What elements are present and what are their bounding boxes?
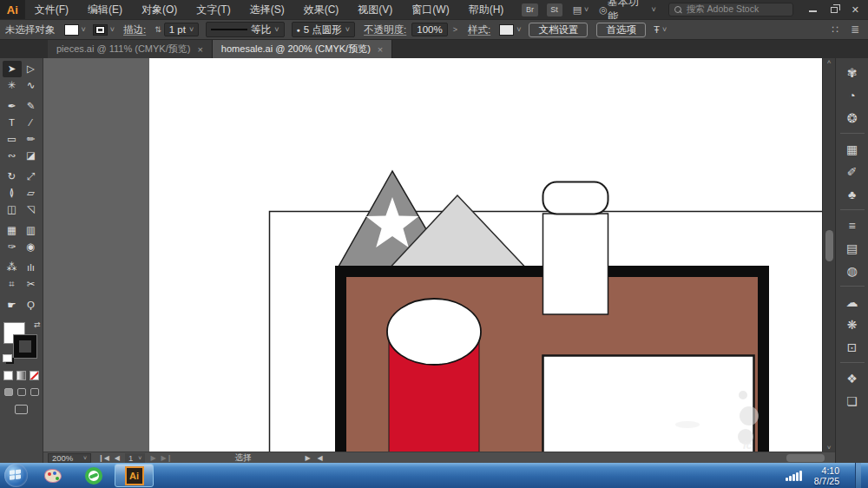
cc-libraries-icon[interactable]: ☁ bbox=[838, 291, 867, 313]
restore-button[interactable] bbox=[831, 0, 838, 19]
artboards-icon[interactable]: ❏ bbox=[838, 390, 867, 412]
magic-wand-tool[interactable]: ✳ bbox=[3, 77, 22, 94]
selection-tool[interactable]: ➤ bbox=[3, 61, 22, 77]
bridge-icon[interactable]: Br bbox=[522, 3, 537, 16]
opacity-expand-icon[interactable]: > bbox=[453, 25, 457, 34]
document-setup-button[interactable]: 文档设置 bbox=[529, 23, 588, 37]
style-control[interactable]: ˅ bbox=[499, 24, 521, 36]
white-door-rectangle[interactable] bbox=[543, 356, 754, 452]
layers-icon[interactable]: ❖ bbox=[838, 367, 867, 390]
style-swatch[interactable] bbox=[499, 24, 514, 36]
recolor-artwork-icon[interactable]: ❂ bbox=[838, 107, 867, 129]
close-button[interactable]: ✕ bbox=[852, 0, 859, 19]
style-label[interactable]: 样式: bbox=[468, 23, 490, 36]
network-icon[interactable] bbox=[786, 471, 802, 481]
next-artboard-button[interactable]: ▶ bbox=[150, 454, 155, 462]
screen-mode-button[interactable] bbox=[15, 405, 28, 414]
blend-tool[interactable]: ◉ bbox=[22, 239, 41, 255]
menu-type[interactable]: 文字(T) bbox=[187, 0, 240, 19]
gradient-tool[interactable]: ▥ bbox=[22, 222, 41, 239]
taskbar-illustrator-button[interactable]: Ai bbox=[115, 464, 154, 487]
chevron-down-icon[interactable]: ˅ bbox=[82, 25, 86, 34]
stroke-swatch[interactable] bbox=[93, 24, 108, 36]
chevron-down-icon[interactable]: ˅ bbox=[189, 25, 194, 34]
swap-fill-stroke-icon[interactable]: ⇄ bbox=[34, 320, 41, 329]
white-ellipse[interactable] bbox=[387, 299, 481, 365]
artboard-number-field[interactable]: 1 ˅ bbox=[125, 453, 145, 463]
chimney-rectangle[interactable] bbox=[543, 214, 608, 314]
color-button[interactable] bbox=[3, 371, 13, 380]
default-fill-stroke-icon[interactable] bbox=[3, 354, 12, 362]
color-panel-icon[interactable]: ✾ bbox=[838, 62, 867, 84]
taskbar-clock[interactable]: 4:10 8/7/25 bbox=[814, 465, 839, 486]
lasso-tool[interactable]: ∿ bbox=[22, 77, 41, 94]
perspective-grid-tool[interactable]: ◹ bbox=[22, 201, 41, 218]
panel-menu-icon[interactable]: ≣ bbox=[851, 23, 859, 36]
hand-tool[interactable]: ☛ bbox=[3, 297, 22, 313]
menu-select[interactable]: 选择(S) bbox=[240, 0, 294, 19]
chevron-down-icon[interactable]: ˅ bbox=[110, 25, 115, 34]
none-button[interactable] bbox=[30, 371, 39, 380]
stroke-icon[interactable]: ≡ bbox=[838, 214, 867, 237]
draw-normal-mode[interactable] bbox=[4, 388, 13, 396]
menu-view[interactable]: 视图(V) bbox=[348, 0, 402, 19]
rectangle-tool[interactable]: ▭ bbox=[3, 131, 22, 148]
arrange-documents-icon[interactable]: ▤ ˅ bbox=[573, 4, 589, 16]
slice-tool[interactable]: ✂ bbox=[22, 276, 41, 293]
asset-export-icon[interactable]: ⊡ bbox=[838, 336, 867, 359]
stroke-label[interactable]: 描边: bbox=[123, 23, 146, 36]
zoom-level-field[interactable]: 200% ˅ bbox=[48, 453, 91, 463]
opacity-field[interactable]: 100% bbox=[411, 23, 447, 36]
minimize-button[interactable] bbox=[809, 0, 817, 19]
stroke-color-box[interactable] bbox=[14, 335, 36, 358]
mesh-tool[interactable]: ▦ bbox=[3, 222, 22, 239]
draw-behind-mode[interactable] bbox=[17, 388, 26, 396]
shaper-tool[interactable]: ∾ bbox=[3, 148, 22, 164]
taskbar-paint-button[interactable] bbox=[33, 464, 72, 487]
shape-builder-tool[interactable]: ◫ bbox=[3, 201, 22, 218]
stroke-color-control[interactable]: ˅ bbox=[93, 24, 115, 36]
share-icon[interactable]: ◎ bbox=[599, 4, 608, 16]
show-desktop-button[interactable] bbox=[855, 463, 861, 488]
eraser-tool[interactable]: ◪ bbox=[22, 148, 41, 164]
rotate-tool[interactable]: ↻ bbox=[3, 168, 22, 185]
color-guide-icon[interactable]: ◔ bbox=[838, 84, 867, 107]
text-options-icon[interactable]: Ŧ ˅ bbox=[654, 24, 667, 35]
brushes-icon[interactable]: ✐ bbox=[838, 161, 867, 183]
vertical-scrollbar[interactable]: ˄ ˅ bbox=[822, 58, 835, 452]
scroll-left-icon[interactable]: ◀ bbox=[318, 454, 323, 462]
start-button[interactable] bbox=[4, 464, 28, 487]
fill-color-control[interactable]: ˅ bbox=[64, 24, 86, 36]
type-tool[interactable]: T bbox=[3, 115, 22, 131]
rounded-rectangle-cap[interactable] bbox=[543, 182, 608, 214]
width-profile-select[interactable]: 等比 ˅ bbox=[206, 22, 284, 37]
stock-icon[interactable]: St bbox=[547, 3, 562, 16]
free-transform-tool[interactable]: ▱ bbox=[22, 185, 41, 201]
artwork[interactable] bbox=[43, 58, 822, 452]
fill-swatch[interactable] bbox=[64, 24, 79, 36]
menu-help[interactable]: 帮助(H) bbox=[459, 0, 514, 19]
fill-stroke-indicator[interactable]: ⇄ bbox=[3, 320, 41, 362]
menu-object[interactable]: 对象(O) bbox=[132, 0, 187, 19]
menu-effect[interactable]: 效果(C) bbox=[294, 0, 349, 19]
menu-file[interactable]: 文件(F) bbox=[25, 0, 78, 19]
scroll-up-icon[interactable]: ˄ bbox=[827, 58, 832, 66]
color-themes-icon[interactable]: ❋ bbox=[838, 313, 867, 336]
canvas[interactable] bbox=[43, 58, 822, 452]
artboard-tool[interactable]: ⌗ bbox=[3, 276, 22, 293]
horizontal-scrollbar[interactable] bbox=[332, 452, 835, 464]
search-input[interactable]: 搜索 Adobe Stock bbox=[668, 3, 793, 16]
first-artboard-button[interactable]: ❙◀ bbox=[98, 454, 109, 462]
scale-tool[interactable]: ⤢ bbox=[22, 168, 41, 185]
chevron-down-icon[interactable]: ˅ bbox=[274, 25, 279, 34]
last-artboard-button[interactable]: ▶❙ bbox=[161, 454, 173, 462]
stroke-weight-field[interactable]: 1 pt ˅ bbox=[164, 23, 199, 36]
zoom-tool[interactable]: Ϙ bbox=[22, 297, 41, 313]
symbol-sprayer-tool[interactable]: ⁂ bbox=[3, 260, 22, 276]
previous-artboard-button[interactable]: ◀ bbox=[115, 454, 120, 462]
vertical-scroll-thumb[interactable] bbox=[825, 230, 833, 261]
stroke-stepper[interactable]: ⇅ bbox=[155, 25, 161, 34]
opacity-label[interactable]: 不透明度: bbox=[364, 23, 406, 36]
symbols-icon[interactable]: ♣ bbox=[838, 183, 867, 206]
pen-tool[interactable]: ✒ bbox=[3, 98, 22, 115]
